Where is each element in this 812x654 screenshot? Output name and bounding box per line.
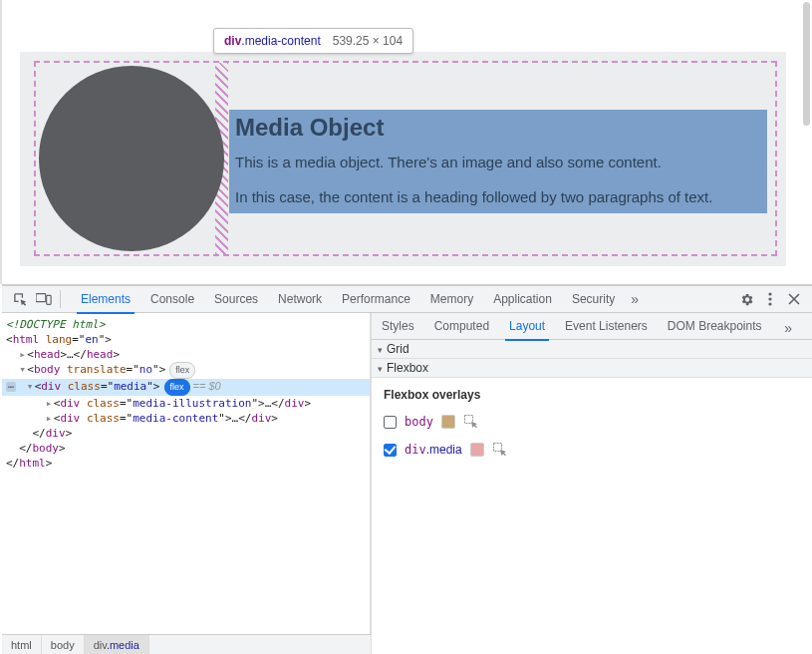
overlay-checkbox[interactable] — [384, 444, 397, 457]
dom-tree-panel[interactable]: <!DOCTYPE html> <html lang="en"> ▸<head>… — [2, 313, 371, 654]
highlight-element-icon[interactable] — [492, 442, 508, 458]
side-tab-computed[interactable]: Computed — [424, 313, 499, 340]
close-icon[interactable] — [782, 287, 806, 311]
tab-application[interactable]: Application — [483, 286, 562, 313]
overlay-color-swatch[interactable] — [470, 443, 484, 457]
svg-rect-0 — [36, 294, 46, 302]
more-side-tabs-icon[interactable]: » — [778, 320, 798, 336]
tab-console[interactable]: Console — [140, 286, 204, 313]
svg-rect-1 — [47, 295, 51, 304]
section-grid-label: Grid — [387, 342, 409, 356]
flexbox-section-body: Flexbox overlays bodydiv.media — [372, 378, 812, 480]
media-heading: Media Object — [235, 114, 773, 142]
sidebar-tabs: StylesComputedLayoutEvent ListenersDOM B… — [372, 313, 812, 340]
overlay-element-name: div.media — [405, 443, 462, 457]
sidebar-panel: StylesComputedLayoutEvent ListenersDOM B… — [371, 313, 812, 654]
svg-point-4 — [768, 302, 771, 305]
page-scrollbar-thumb[interactable] — [803, 2, 810, 126]
devtools-panel: ElementsConsoleSourcesNetworkPerformance… — [2, 284, 812, 654]
kebab-menu-icon[interactable] — [758, 287, 782, 311]
section-flexbox-header[interactable]: Flexbox — [372, 359, 812, 378]
tab-memory[interactable]: Memory — [420, 286, 483, 313]
inspect-element-icon[interactable] — [8, 287, 32, 311]
tab-performance[interactable]: Performance — [332, 286, 420, 313]
side-tab-styles[interactable]: Styles — [372, 313, 424, 340]
media-paragraph-1: This is a media object. There's an image… — [235, 154, 773, 170]
media-paragraph-2: In this case, the content is a heading f… — [235, 188, 773, 205]
devtools-main-tabs: ElementsConsoleSourcesNetworkPerformance… — [71, 286, 625, 313]
dom-breadcrumbs[interactable]: htmlbodydiv.media — [2, 634, 371, 654]
element-tooltip: div.media-content 539.25 × 104 — [213, 28, 413, 54]
media-illustration-circle — [39, 66, 224, 251]
device-toolbar-icon[interactable] — [32, 287, 56, 311]
tooltip-dimensions: 539.25 × 104 — [333, 34, 403, 48]
flexbox-overlays-heading: Flexbox overlays — [384, 388, 800, 402]
breadcrumb-item[interactable]: body — [42, 635, 85, 654]
media-container: Media Object This is a media object. The… — [20, 52, 786, 266]
media-content-text: Media Object This is a media object. The… — [235, 114, 773, 223]
svg-point-2 — [768, 292, 771, 295]
disclosure-triangle-icon — [378, 361, 383, 375]
more-tabs-icon[interactable]: » — [625, 291, 645, 307]
side-tab-event-listeners[interactable]: Event Listeners — [555, 313, 658, 340]
devtools-toolbar: ElementsConsoleSourcesNetworkPerformance… — [2, 286, 812, 313]
overlay-checkbox[interactable] — [384, 416, 397, 429]
dom-selected-node[interactable]: ▾<div class="media">flex == $0 — [2, 379, 370, 396]
section-grid-header[interactable]: Grid — [372, 340, 812, 359]
flex-overlay-row: body — [384, 414, 800, 430]
tooltip-selector: div.media-content — [224, 34, 321, 48]
side-tab-dom-breakpoints[interactable]: DOM Breakpoints — [658, 313, 772, 340]
tab-elements[interactable]: Elements — [71, 286, 140, 313]
flex-badge[interactable]: flex — [169, 362, 195, 379]
flex-badge-active[interactable]: flex — [164, 379, 190, 396]
highlight-element-icon[interactable] — [463, 414, 479, 430]
overlay-color-swatch[interactable] — [441, 415, 455, 429]
section-flexbox-label: Flexbox — [387, 361, 428, 375]
breadcrumb-item[interactable]: div.media — [85, 635, 149, 654]
tab-security[interactable]: Security — [562, 286, 625, 313]
flex-overlay-row: div.media — [384, 442, 800, 458]
breadcrumb-item[interactable]: html — [2, 635, 42, 654]
settings-gear-icon[interactable] — [734, 287, 758, 311]
disclosure-triangle-icon — [378, 342, 383, 356]
tab-network[interactable]: Network — [268, 286, 332, 313]
rendered-page-preview: Media Object This is a media object. The… — [0, 0, 812, 284]
side-tab-layout[interactable]: Layout — [499, 313, 555, 340]
tab-sources[interactable]: Sources — [204, 286, 268, 313]
overlay-element-name: body — [405, 415, 433, 429]
svg-point-3 — [768, 297, 771, 300]
